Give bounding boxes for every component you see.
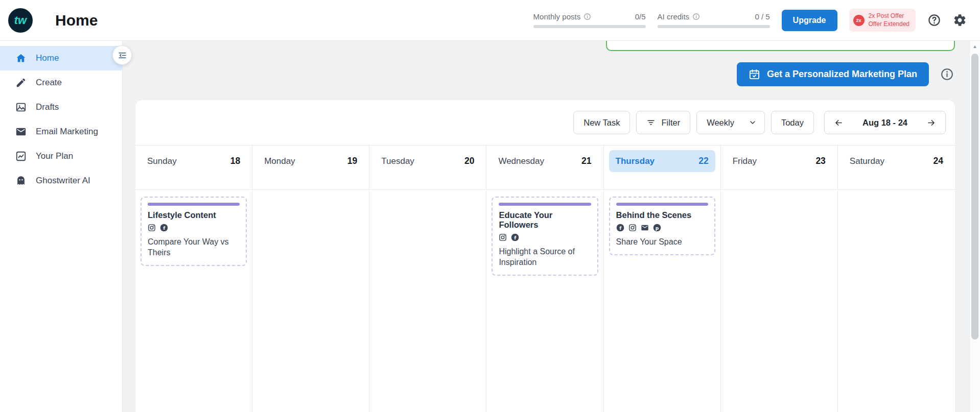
- day-header-monday: Monday 19: [252, 146, 369, 189]
- view-select[interactable]: Weekly: [696, 111, 765, 134]
- page-title: Home: [55, 12, 98, 29]
- sidebar-item-drafts[interactable]: Drafts: [0, 95, 122, 119]
- pencil-icon: [15, 77, 27, 88]
- app-window: tw Home Monthly posts 0/5 AI credits: [0, 0, 980, 412]
- sidebar-item-label: Drafts: [36, 102, 59, 112]
- image-icon: [15, 102, 27, 113]
- week-navigator: Aug 18 - 24: [824, 111, 946, 134]
- sidebar-item-your-plan[interactable]: Your Plan: [0, 144, 122, 168]
- top-bar: tw Home Monthly posts 0/5 AI credits: [0, 0, 980, 41]
- ghost-icon: [15, 175, 27, 186]
- day-column-saturday[interactable]: [838, 191, 955, 412]
- chevron-down-icon: [749, 118, 757, 127]
- info-icon[interactable]: [584, 13, 591, 20]
- facebook-icon: f: [160, 224, 168, 232]
- calendar-icon: [749, 68, 760, 80]
- task-accent-bar: [499, 203, 591, 206]
- home-icon: [15, 53, 27, 64]
- day-header-friday: Friday 23: [721, 146, 838, 189]
- day-header-saturday: Saturday 24: [838, 146, 955, 189]
- monthly-posts-label: Monthly posts: [533, 12, 581, 21]
- day-column-tuesday[interactable]: [369, 191, 486, 412]
- envelope-icon: [15, 126, 27, 137]
- sidebar-item-label: Create: [36, 78, 62, 88]
- week-header: Sunday 18 Monday 19 Tuesday 20: [135, 145, 955, 190]
- arrow-right-icon: [926, 118, 936, 128]
- settings-gear-icon[interactable]: [953, 13, 967, 27]
- sidebar-item-label: Your Plan: [36, 151, 73, 161]
- ai-credits-progress: [658, 25, 770, 28]
- instagram-icon: [148, 224, 156, 232]
- info-icon[interactable]: [692, 13, 700, 20]
- marketing-plan-row: Get a Personalized Marketing Plan: [737, 62, 954, 86]
- day-header-tuesday: Tuesday 20: [369, 146, 486, 189]
- ai-credits-count: 0 / 5: [755, 12, 769, 21]
- upgrade-button[interactable]: Upgrade: [782, 10, 837, 31]
- day-column-friday[interactable]: [721, 191, 838, 412]
- task-accent-bar: [148, 203, 240, 206]
- instagram-icon: [499, 233, 507, 241]
- today-button[interactable]: Today: [771, 111, 814, 134]
- day-column-thursday[interactable]: Behind the Scenes f p Share Your Space: [604, 191, 721, 412]
- get-marketing-plan-button[interactable]: Get a Personalized Marketing Plan: [737, 62, 929, 86]
- sidebar-item-create[interactable]: Create: [0, 70, 122, 95]
- filter-icon: [646, 118, 656, 127]
- pinterest-icon: p: [653, 224, 661, 232]
- task-card[interactable]: Educate Your Followers f Highlight a Sou…: [492, 197, 598, 276]
- offer-line2: Offer Extended: [869, 20, 910, 28]
- ai-credits-usage: AI credits 0 / 5: [658, 12, 770, 28]
- main-content: Get a Personalized Marketing Plan New Ta…: [123, 41, 969, 412]
- sidebar-item-label: Email Marketing: [36, 127, 98, 137]
- sidebar-item-label: Home: [36, 53, 59, 63]
- monthly-posts-usage: Monthly posts 0/5: [533, 12, 646, 28]
- logo-text: tw: [14, 14, 27, 27]
- day-header-sunday: Sunday 18: [135, 146, 252, 189]
- arrow-left-icon: [834, 118, 844, 128]
- collapse-sidebar-icon: [118, 51, 127, 60]
- task-card[interactable]: Lifestyle Content f Compare Your Way vs …: [141, 197, 247, 266]
- chart-icon: [15, 151, 27, 162]
- instagram-icon: [628, 224, 637, 232]
- facebook-icon: f: [616, 224, 624, 232]
- monthly-posts-count: 0/5: [635, 12, 646, 21]
- vertical-scrollbar[interactable]: ▲: [969, 41, 980, 412]
- help-icon[interactable]: [927, 13, 941, 27]
- sidebar-collapse-button[interactable]: [112, 45, 132, 65]
- scrollbar-up-arrow[interactable]: ▲: [970, 41, 980, 52]
- get-marketing-plan-label: Get a Personalized Marketing Plan: [767, 69, 917, 80]
- new-task-button[interactable]: New Task: [573, 111, 630, 134]
- day-header-thursday-today: Thursday 22: [604, 146, 721, 189]
- day-column-wednesday[interactable]: Educate Your Followers f Highlight a Sou…: [486, 191, 603, 412]
- week-body: Lifestyle Content f Compare Your Way vs …: [135, 191, 955, 412]
- top-bar-actions: Monthly posts 0/5 AI credits 0 / 5: [533, 9, 967, 32]
- app-logo[interactable]: tw: [8, 8, 33, 33]
- sidebar: Home Create Drafts Email Marketing Your …: [0, 41, 123, 412]
- next-week-button[interactable]: [921, 115, 941, 131]
- filter-button[interactable]: Filter: [636, 111, 690, 134]
- day-column-monday[interactable]: [252, 191, 369, 412]
- day-header-wednesday: Wednesday 21: [486, 146, 603, 189]
- calendar-toolbar: New Task Filter Weekly Today Au: [135, 100, 955, 145]
- monthly-posts-progress: [533, 25, 646, 28]
- facebook-icon: f: [511, 233, 519, 241]
- date-range-label: Aug 18 - 24: [849, 118, 921, 128]
- offer-2x-icon: 2x: [853, 15, 865, 26]
- previous-week-button[interactable]: [829, 115, 849, 131]
- sidebar-item-ghostwriter-ai[interactable]: Ghostwriter AI: [0, 168, 122, 193]
- task-accent-bar: [616, 203, 708, 206]
- day-column-sunday[interactable]: Lifestyle Content f Compare Your Way vs …: [135, 191, 252, 412]
- scrollbar-thumb[interactable]: [971, 54, 978, 340]
- info-icon[interactable]: [940, 67, 954, 81]
- calendar-card: New Task Filter Weekly Today Au: [135, 100, 955, 412]
- ai-credits-label: AI credits: [658, 12, 690, 21]
- sidebar-item-email-marketing[interactable]: Email Marketing: [0, 119, 122, 144]
- offer-badge[interactable]: 2x 2x Post Offer Offer Extended: [849, 9, 916, 32]
- email-icon: [641, 224, 649, 232]
- sidebar-item-label: Ghostwriter AI: [36, 176, 90, 186]
- task-card[interactable]: Behind the Scenes f p Share Your Space: [609, 197, 715, 255]
- svg-text:p: p: [655, 226, 659, 231]
- sidebar-item-home[interactable]: Home: [0, 46, 122, 70]
- offer-line1: 2x Post Offer: [869, 12, 904, 19]
